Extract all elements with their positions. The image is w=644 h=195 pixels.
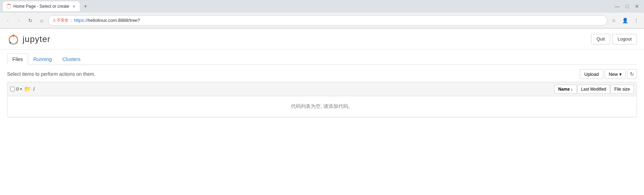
jupyter-logo-icon	[7, 33, 20, 45]
upload-button[interactable]: Upload	[580, 69, 603, 79]
file-empty-message: 代码列表为空, 请添加代码。	[7, 96, 637, 117]
file-actions: Upload New ▾ ↻	[580, 69, 637, 79]
account-button[interactable]: 👤	[620, 16, 630, 25]
address-bar[interactable]: ⚠ 不安全 | https://hellolinux.com:8888/tree…	[48, 15, 607, 26]
forward-button[interactable]: ›	[14, 16, 24, 25]
browser-toolbar: ‹ › ↻ ⌂ ⚠ 不安全 | https://hellolinux.com:8…	[0, 13, 644, 28]
back-button[interactable]: ‹	[3, 16, 13, 25]
jupyter-logo-text: jupyter	[23, 34, 50, 44]
bookmark-button[interactable]: ☆	[609, 16, 619, 25]
empty-message-text: 代码列表为空, 请添加代码。	[291, 103, 353, 110]
jupyter-header-buttons: Quit Logout	[591, 34, 637, 44]
header-left: 0 ▾ 📁 /	[10, 86, 554, 92]
checkbox-dropdown-icon[interactable]: ▾	[20, 87, 22, 91]
security-warning: ⚠ 不安全	[53, 18, 68, 23]
quit-button[interactable]: Quit	[591, 34, 610, 44]
checkbox-count: 0	[16, 86, 19, 92]
home-button[interactable]: ⌂	[37, 16, 47, 25]
url-host: hellolinux.com:8888/tree?	[88, 18, 140, 23]
jupyter-logo: jupyter	[7, 33, 50, 45]
tab-running[interactable]: Running	[28, 53, 57, 65]
maximize-button[interactable]: □	[623, 2, 631, 11]
select-all-checkbox-cell: 0 ▾	[10, 86, 22, 92]
browser-tab[interactable]: Home Page - Select or create ✕	[3, 1, 80, 11]
new-dropdown-icon: ▾	[619, 72, 622, 77]
tab-title: Home Page - Select or create	[13, 4, 69, 9]
svg-point-3	[16, 42, 18, 43]
last-modified-label: Last Modified	[581, 87, 606, 92]
file-table-header: 0 ▾ 📁 / Name ↓ Last Modified File size	[7, 82, 637, 96]
reload-button[interactable]: ↻	[25, 16, 35, 25]
jupyter-header: jupyter Quit Logout	[0, 29, 644, 50]
select-message: Select items to perform actions on them.	[7, 71, 96, 77]
security-label: 不安全	[57, 18, 68, 23]
favicon-spinner-icon	[6, 4, 11, 9]
tab-clusters[interactable]: Clusters	[57, 53, 86, 65]
new-button[interactable]: New ▾	[605, 69, 626, 79]
name-sort-label: Name	[558, 87, 570, 92]
browser-menu-button[interactable]: ⋮	[631, 16, 641, 25]
file-list-toolbar: Select items to perform actions on them.…	[7, 69, 637, 79]
warning-triangle-icon: ⚠	[53, 18, 56, 23]
file-list-container: 0 ▾ 📁 / Name ↓ Last Modified File size	[7, 82, 637, 117]
svg-point-4	[10, 42, 11, 43]
sort-by-name-button[interactable]: Name ↓	[554, 85, 577, 94]
folder-icon: 📁	[24, 86, 31, 92]
current-path: /	[33, 86, 35, 92]
new-button-label: New	[609, 72, 618, 77]
svg-point-2	[12, 35, 14, 37]
logout-button[interactable]: Logout	[612, 34, 637, 44]
file-size-label: File size	[614, 87, 630, 92]
minimize-button[interactable]: —	[613, 2, 621, 11]
window-close-button[interactable]: ✕	[633, 2, 641, 11]
window-controls: — □ ✕	[613, 2, 641, 11]
address-url: https://hellolinux.com:8888/tree?	[74, 18, 140, 23]
browser-frame: Home Page - Select or create ✕ + — □ ✕ ‹…	[0, 0, 644, 29]
address-separator: |	[71, 18, 72, 23]
sort-by-modified-button[interactable]: Last Modified	[577, 85, 610, 94]
refresh-button[interactable]: ↻	[627, 69, 637, 79]
jupyter-content: Files Running Clusters Select items to p…	[0, 50, 644, 121]
sort-by-size-button[interactable]: File size	[610, 85, 634, 94]
new-tab-button[interactable]: +	[81, 2, 90, 11]
refresh-icon: ↻	[630, 71, 634, 77]
name-sort-icon: ↓	[571, 87, 573, 92]
url-https: https://	[74, 18, 88, 23]
tab-close-button[interactable]: ✕	[71, 4, 76, 9]
select-all-checkbox[interactable]	[10, 87, 15, 91]
tab-files[interactable]: Files	[7, 53, 28, 65]
tab-favicon	[6, 4, 11, 9]
tab-bar: Files Running Clusters	[7, 53, 637, 65]
header-right: Name ↓ Last Modified File size	[554, 85, 634, 94]
toolbar-right: ☆ 👤 ⋮	[609, 16, 641, 25]
browser-titlebar: Home Page - Select or create ✕ + — □ ✕	[0, 0, 644, 13]
